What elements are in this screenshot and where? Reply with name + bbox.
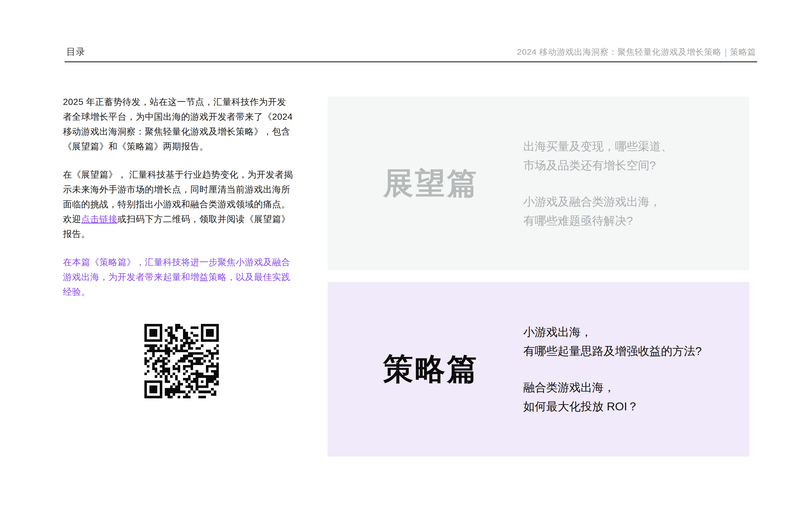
strategy-panel-questions: 小游戏出海， 有哪些起量思路及增强收益的方法? 融合类游戏出海， 如何最大化投放… — [523, 322, 702, 416]
paragraph-line: 示未来海外手游市场的增长点，同时厘清当前游戏出海所 — [63, 182, 300, 197]
question-group: 出海买量及变现，哪些渠道、 市场及品类还有增长空间? — [523, 137, 673, 175]
paragraph-line: 报告。 — [63, 227, 300, 241]
intro-paragraph-3: 在本篇《策略篇》，汇量科技将进一步聚焦小游戏及融合 游戏出海，为开发者带来起量和… — [63, 255, 300, 299]
question-line: 市场及品类还有增长空间? — [523, 156, 673, 175]
question-line: 有哪些难题亟待解决? — [523, 211, 673, 230]
link-prefix-text: 欢迎 — [63, 214, 81, 224]
qr-code — [144, 324, 219, 398]
qr-code-container — [63, 324, 300, 398]
outlook-panel-title: 展望篇 — [383, 163, 479, 204]
page-title: 目录 — [66, 46, 85, 58]
question-line: 出海买量及变现，哪些渠道、 — [523, 137, 673, 156]
question-group: 融合类游戏出海， 如何最大化投放 ROI？ — [523, 378, 702, 416]
header-divider — [65, 61, 757, 62]
paragraph-line: 者全球增长平台，为中国出海的游戏开发者带来了《2024 — [63, 109, 300, 124]
paragraph-line: 经验。 — [63, 284, 300, 299]
question-line: 小游戏及融合类游戏出海， — [523, 192, 673, 211]
strategy-panel-title: 策略篇 — [383, 349, 479, 390]
report-link[interactable]: 点击链接 — [81, 214, 118, 224]
question-group: 小游戏及融合类游戏出海， 有哪些难题亟待解决? — [523, 192, 673, 230]
outlook-panel: 展望篇 出海买量及变现，哪些渠道、 市场及品类还有增长空间? 小游戏及融合类游戏… — [328, 97, 749, 270]
question-line: 小游戏出海， — [523, 322, 702, 341]
question-line: 融合类游戏出海， — [523, 378, 702, 397]
paragraph-line-with-link: 欢迎点击链接或扫码下方二维码，领取并阅读《展望篇》 — [63, 212, 300, 227]
question-group: 小游戏出海， 有哪些起量思路及增强收益的方法? — [523, 322, 702, 361]
intro-paragraph-2: 在《展望篇》， 汇量科技基于行业趋势变化，为开发者揭 示未来海外手游市场的增长点… — [63, 167, 300, 241]
header-report-title: 2024 移动游戏出海洞察：聚焦轻量化游戏及增长策略｜策略篇 — [517, 47, 756, 58]
paragraph-line: 移动游戏出海洞察：聚焦轻量化游戏及增长策略》，包含 — [63, 124, 300, 139]
paragraph-line: 2025 年正蓄势待发，站在这一节点，汇量科技作为开发 — [63, 95, 300, 109]
paragraph-line: 面临的挑战，特别指出小游戏和融合类游戏领域的痛点。 — [63, 197, 300, 212]
link-suffix-text: 或扫码下方二维码，领取并阅读《展望篇》 — [118, 214, 290, 224]
paragraph-line: 在《展望篇》， 汇量科技基于行业趋势变化，为开发者揭 — [63, 167, 300, 182]
page-root: 目录 2024 移动游戏出海洞察：聚焦轻量化游戏及增长策略｜策略篇 2025 年… — [0, 0, 812, 520]
question-line: 如何最大化投放 ROI？ — [523, 397, 702, 416]
outlook-panel-questions: 出海买量及变现，哪些渠道、 市场及品类还有增长空间? 小游戏及融合类游戏出海， … — [523, 137, 673, 230]
paragraph-line: 《展望篇》和《策略篇》两期报告。 — [63, 139, 300, 154]
intro-column: 2025 年正蓄势待发，站在这一节点，汇量科技作为开发 者全球增长平台，为中国出… — [63, 95, 300, 398]
strategy-panel: 策略篇 小游戏出海， 有哪些起量思路及增强收益的方法? 融合类游戏出海， 如何最… — [328, 282, 749, 457]
paragraph-line: 游戏出海，为开发者带来起量和增益策略，以及最佳实践 — [63, 270, 300, 284]
intro-paragraph-1: 2025 年正蓄势待发，站在这一节点，汇量科技作为开发 者全球增长平台，为中国出… — [63, 95, 300, 154]
paragraph-line: 在本篇《策略篇》，汇量科技将进一步聚焦小游戏及融合 — [63, 255, 300, 270]
question-line: 有哪些起量思路及增强收益的方法? — [523, 341, 702, 361]
